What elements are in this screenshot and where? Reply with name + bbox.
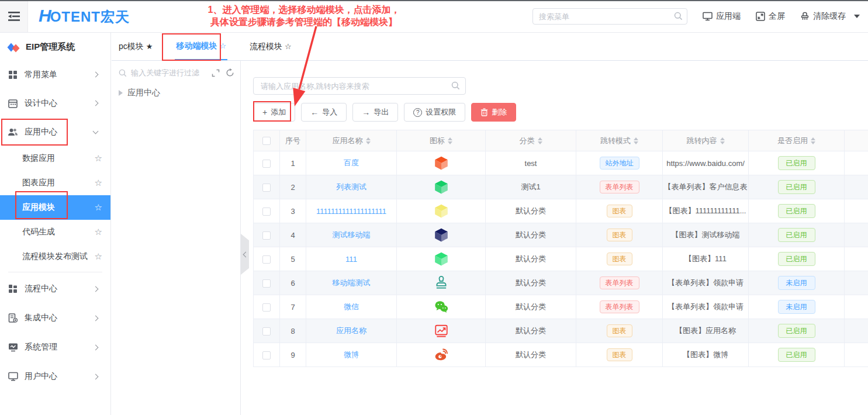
app-name-link[interactable]: 移动端测试	[333, 278, 371, 287]
module-tabbar: pc模块 ★ 移动端模块 ☆ 流程模块 ☆	[112, 33, 868, 61]
row-checkbox[interactable]	[262, 160, 271, 168]
app-client-button[interactable]: 应用端	[703, 11, 741, 22]
sidebar-subitem-app-module[interactable]: 应用模块 ☆	[0, 195, 110, 220]
column-header-icon[interactable]: 图标	[430, 136, 452, 146]
sidebar-item-label: 常用菜单	[25, 70, 94, 80]
tab-pc-module[interactable]: pc模块 ★	[117, 33, 154, 60]
logo-mark: H	[39, 6, 50, 26]
tree-node-app-center[interactable]: 应用中心	[112, 83, 240, 103]
tab-mobile-module[interactable]: 移动端模块 ☆	[175, 33, 227, 60]
sidebar-item-common-menu[interactable]: 常用菜单	[0, 60, 110, 89]
row-checkbox[interactable]	[262, 208, 271, 216]
sort-carets-icon[interactable]	[811, 137, 815, 144]
category-cell: 默认分类	[486, 247, 576, 271]
row-checkbox[interactable]	[262, 255, 271, 264]
row-checkbox[interactable]	[262, 303, 271, 312]
sort-carets-icon[interactable]	[720, 137, 725, 144]
sidebar-item-app-center[interactable]: 应用中心	[0, 117, 110, 146]
app-name-link[interactable]: 百度	[344, 158, 359, 167]
logo: HOTENT宏天	[39, 6, 130, 26]
table-row: 7微信默认分类表单列表【表单列表】领款申请未启用	[254, 295, 868, 319]
sidebar-item-integration-center[interactable]: 集成中心	[0, 303, 110, 333]
grid-icon	[8, 70, 18, 79]
star-icon[interactable]: ☆	[95, 227, 102, 237]
category-cell: 默认分类	[486, 343, 576, 367]
star-icon: ★	[146, 42, 153, 51]
column-header-category[interactable]: 分类	[520, 136, 542, 146]
column-header-jump-mode[interactable]: 跳转模式	[600, 136, 638, 146]
star-icon[interactable]: ☆	[95, 251, 102, 262]
table-row: 6移动端测试默认分类表单列表【表单列表】领款申请未启用	[254, 271, 868, 295]
jump-mode-badge: 图表	[607, 324, 632, 337]
tree-filter-input[interactable]	[131, 68, 208, 77]
row-checkbox[interactable]	[262, 351, 271, 359]
sort-carets-icon[interactable]	[634, 137, 638, 144]
import-button[interactable]: ← 导入	[301, 103, 347, 122]
row-checkbox[interactable]	[262, 184, 271, 192]
delete-button[interactable]: 删除	[471, 103, 516, 122]
app-name-link[interactable]: 微信	[344, 302, 359, 311]
menu-search-input[interactable]	[532, 8, 687, 25]
jump-mode-badge: 图表	[607, 253, 632, 265]
sidebar-subitem-data-app[interactable]: 数据应用 ☆	[0, 146, 110, 171]
sidebar-item-design-center[interactable]: 设计中心	[0, 89, 110, 117]
add-button[interactable]: + 添加	[253, 103, 295, 122]
chevron-left-icon	[243, 251, 248, 257]
row-checkbox[interactable]	[262, 279, 271, 288]
users-icon	[8, 127, 18, 137]
sidebar-item-system-admin[interactable]: 系统管理	[0, 333, 110, 362]
app-icon	[434, 251, 449, 267]
app-name-link[interactable]: 应用名称	[336, 326, 366, 335]
sidebar-collapse-button[interactable]	[0, 0, 28, 32]
row-checkbox[interactable]	[262, 231, 271, 240]
sidebar-subitem-flow-module-test[interactable]: 流程模块发布测试 ☆	[0, 244, 110, 269]
sort-carets-icon[interactable]	[448, 137, 452, 144]
column-header-enabled[interactable]: 是否启用	[777, 136, 815, 146]
empty-cell	[845, 223, 868, 247]
row-checkbox[interactable]	[262, 327, 271, 336]
sidebar-item-flow-center[interactable]: 流程中心	[0, 274, 110, 303]
jump-mode-badge: 表单列表	[600, 300, 639, 313]
tree-collapse-handle[interactable]	[241, 234, 249, 275]
sidebar-item-label: 设计中心	[25, 98, 94, 109]
app-name-link[interactable]: 列表测试	[336, 182, 366, 191]
chevron-right-icon	[93, 101, 99, 106]
app-name-link[interactable]: 测试移动端	[333, 230, 371, 239]
refresh-icon[interactable]	[226, 68, 234, 77]
star-icon[interactable]: ☆	[95, 178, 102, 188]
expand-icon[interactable]	[212, 69, 220, 77]
sidebar-subitem-code-gen[interactable]: 代码生成 ☆	[0, 220, 110, 244]
user-dropdown-caret[interactable]	[854, 15, 860, 18]
system-title: EIP管理系统	[0, 33, 110, 60]
sidebar-item-user-center[interactable]: 用户中心	[0, 362, 110, 391]
select-all-checkbox[interactable]	[262, 137, 271, 145]
fullscreen-button[interactable]: 全屏	[756, 11, 785, 22]
sidebar-item-label: 应用中心	[25, 127, 94, 137]
status-badge: 已启用	[778, 156, 815, 170]
toolbar: + 添加 ← 导入 → 导出 ? 设置权限	[253, 103, 868, 122]
empty-cell	[845, 343, 868, 367]
table-row: 4测试移动端默认分类图表【图表】测试移动端已启用	[254, 223, 868, 247]
export-button[interactable]: → 导出	[352, 103, 398, 122]
app-name-link[interactable]: 111	[345, 255, 357, 264]
table-row: 9微博默认分类图表【图表】微博已启用	[254, 343, 868, 367]
sidebar-subitem-chart-app[interactable]: 图表应用 ☆	[0, 171, 110, 195]
row-index-cell: 9	[280, 343, 306, 367]
status-badge: 已启用	[778, 204, 815, 218]
tree-expand-arrow-icon[interactable]	[119, 90, 123, 96]
app-search-input[interactable]	[253, 77, 466, 95]
clear-cache-button[interactable]: 清除缓存	[800, 11, 846, 22]
star-icon[interactable]: ☆	[95, 153, 102, 164]
column-header-jump-content[interactable]: 跳转内容	[687, 136, 725, 146]
tab-flow-module[interactable]: 流程模块 ☆	[248, 33, 293, 60]
set-permission-button[interactable]: ? 设置权限	[404, 103, 465, 122]
divider	[8, 272, 102, 272]
status-badge: 已启用	[778, 228, 815, 242]
star-icon[interactable]: ☆	[95, 202, 102, 213]
sort-carets-icon[interactable]	[366, 137, 371, 144]
app-name-link[interactable]: 微博	[344, 350, 359, 359]
column-header-app-name[interactable]: 应用名称	[333, 136, 371, 146]
trash-icon	[480, 108, 488, 116]
app-name-link[interactable]: 1111111111111111111	[316, 207, 386, 216]
sort-carets-icon[interactable]	[538, 137, 542, 144]
